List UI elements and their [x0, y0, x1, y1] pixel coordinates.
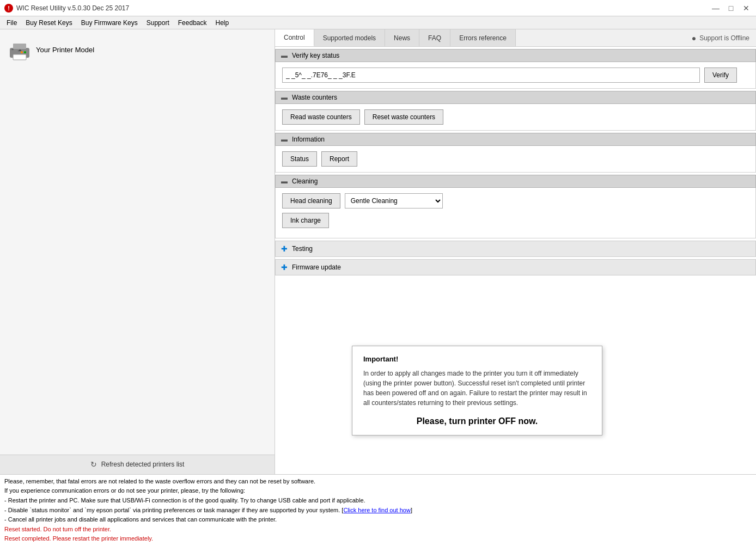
- status-line-5: - Cancel all printer jobs and disable al…: [4, 515, 752, 525]
- section-cleaning: ▬ Cleaning Head cleaning Gentle Cleaning…: [275, 175, 756, 238]
- head-cleaning-button[interactable]: Head cleaning: [282, 193, 340, 208]
- status-line-4: - Disable `status monitor` and `my epson…: [4, 506, 752, 516]
- status-line-6: Reset started. Do not turn off the print…: [4, 525, 752, 535]
- support-icon: ●: [692, 34, 696, 42]
- menu-support[interactable]: Support: [142, 18, 174, 28]
- control-content: ▬ Verify key status Verify ▬ Waste co: [275, 47, 756, 474]
- left-panel: Your Printer Model ↻ Refresh detected pr…: [0, 29, 275, 474]
- verify-button[interactable]: Verify: [704, 68, 737, 83]
- menu-file[interactable]: File: [2, 18, 21, 28]
- main-content: Your Printer Model ↻ Refresh detected pr…: [0, 29, 756, 474]
- waste-buttons-row: Read waste counters Reset waste counters: [282, 109, 749, 125]
- tab-errors-reference[interactable]: Errors reference: [450, 29, 516, 46]
- cleaning-type-dropdown[interactable]: Gentle Cleaning Normal Cleaning Power Cl…: [345, 193, 443, 208]
- menu-help[interactable]: Help: [211, 18, 233, 28]
- click-here-link[interactable]: Click here to find out how: [343, 507, 411, 513]
- verify-key-header: ▬ Verify key status: [275, 49, 756, 62]
- information-icon: ▬: [281, 136, 288, 143]
- sections-wrapper: ▬ Verify key status Verify ▬ Waste co: [275, 47, 756, 280]
- testing-expand-header[interactable]: ✚ Testing: [275, 241, 756, 257]
- refresh-bar[interactable]: ↻ Refresh detected printers list: [0, 455, 275, 474]
- printer-name: Your Printer Model: [36, 40, 94, 54]
- app-icon: !: [4, 4, 13, 13]
- verify-key-body: Verify: [275, 62, 756, 89]
- refresh-icon: ↻: [90, 460, 97, 469]
- window-controls: — □ ✕: [710, 3, 752, 14]
- cleaning-title: Cleaning: [292, 177, 318, 185]
- tab-news[interactable]: News: [385, 29, 419, 46]
- important-tooltip: Important! In order to apply all changes…: [352, 346, 602, 435]
- tab-faq[interactable]: FAQ: [419, 29, 450, 46]
- menu-buy-firmware-keys[interactable]: Buy Firmware Keys: [77, 18, 142, 28]
- waste-counters-body: Read waste counters Reset waste counters: [275, 104, 756, 131]
- firmware-expand-header[interactable]: ✚ Firmware update: [275, 259, 756, 275]
- close-button[interactable]: ✕: [741, 3, 752, 14]
- reset-waste-counters-button[interactable]: Reset waste counters: [364, 109, 443, 125]
- waste-counters-header: ▬ Waste counters: [275, 91, 756, 104]
- section-testing: ✚ Testing: [275, 241, 756, 257]
- section-firmware-update: ✚ Firmware update: [275, 259, 756, 275]
- verify-key-icon: ▬: [281, 52, 288, 59]
- status-button[interactable]: Status: [282, 151, 317, 167]
- status-line-1: Please, remember, that fatal errors are …: [4, 477, 752, 487]
- key-row: Verify: [282, 68, 749, 83]
- svg-point-3: [24, 51, 26, 53]
- cleaning-header: ▬ Cleaning: [275, 175, 756, 188]
- key-input[interactable]: [282, 68, 700, 83]
- svg-rect-1: [13, 44, 26, 49]
- firmware-title: Firmware update: [292, 263, 341, 271]
- testing-title: Testing: [292, 245, 313, 253]
- maximize-button[interactable]: □: [725, 3, 736, 14]
- tab-supported-models[interactable]: Supported models: [314, 29, 385, 46]
- status-bar: Please, remember, that fatal errors are …: [0, 474, 756, 546]
- verify-key-title: Verify key status: [292, 52, 339, 59]
- refresh-label: Refresh detected printers list: [101, 461, 185, 468]
- support-offline-label: Support is Offline: [699, 34, 749, 42]
- app-title: WIC Reset Utility v.5.0.30 Dec 25 2017: [16, 4, 710, 12]
- status-line-7: Reset completed. Please restart the prin…: [4, 534, 752, 544]
- cleaning-body: Head cleaning Gentle Cleaning Normal Cle…: [275, 188, 756, 238]
- status-line-4-text: - Disable `status monitor` and `my epson…: [4, 507, 343, 513]
- information-body: Status Report: [275, 146, 756, 173]
- section-verify-key: ▬ Verify key status Verify: [275, 49, 756, 89]
- information-header: ▬ Information: [275, 133, 756, 146]
- information-buttons-row: Status Report: [282, 151, 749, 167]
- status-line-3: - Restart the printer and PC. Make sure …: [4, 496, 752, 506]
- svg-point-4: [21, 51, 23, 53]
- waste-counters-icon: ▬: [281, 94, 288, 101]
- svg-rect-2: [13, 54, 26, 60]
- report-button[interactable]: Report: [321, 151, 357, 167]
- right-panel: Control Supported models News FAQ Errors…: [275, 29, 756, 474]
- waste-counters-title: Waste counters: [292, 94, 337, 101]
- tooltip-body: In order to apply all changes made to th…: [363, 369, 591, 408]
- cleaning-row: Head cleaning Gentle Cleaning Normal Cle…: [282, 193, 749, 208]
- title-bar: ! WIC Reset Utility v.5.0.30 Dec 25 2017…: [0, 0, 756, 16]
- tabs-bar: Control Supported models News FAQ Errors…: [275, 29, 756, 47]
- minimize-button[interactable]: —: [710, 3, 721, 14]
- svg-rect-5: [11, 49, 14, 50]
- firmware-expand-icon: ✚: [281, 263, 288, 272]
- printer-icon: [9, 40, 31, 62]
- information-title: Information: [292, 136, 325, 143]
- tooltip-title: Important!: [363, 355, 591, 363]
- menu-feedback[interactable]: Feedback: [174, 18, 211, 28]
- ink-charge-button[interactable]: Ink charge: [282, 213, 329, 228]
- tooltip-warning: Please, turn printer OFF now.: [363, 416, 591, 426]
- cleaning-icon: ▬: [281, 177, 288, 185]
- status-line-2: If you experience communication errors o…: [4, 486, 752, 496]
- ink-charge-row: Ink charge: [282, 213, 749, 228]
- printer-section: Your Printer Model: [0, 29, 275, 455]
- section-information: ▬ Information Status Report: [275, 133, 756, 173]
- tab-control[interactable]: Control: [275, 29, 314, 46]
- support-offline-indicator: ● Support is Offline: [685, 29, 756, 46]
- testing-expand-icon: ✚: [281, 244, 288, 253]
- read-waste-counters-button[interactable]: Read waste counters: [282, 109, 360, 125]
- section-waste-counters: ▬ Waste counters Read waste counters Res…: [275, 91, 756, 131]
- menu-bar: File Buy Reset Keys Buy Firmware Keys Su…: [0, 16, 756, 29]
- status-line-4-close: ]: [411, 507, 412, 513]
- menu-buy-reset-keys[interactable]: Buy Reset Keys: [21, 18, 76, 28]
